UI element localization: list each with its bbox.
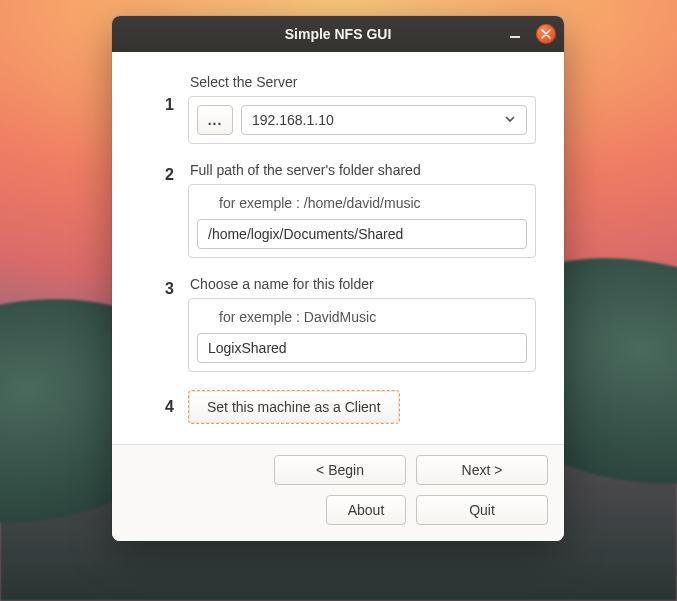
- window-title: Simple NFS GUI: [285, 26, 392, 42]
- set-client-button[interactable]: Set this machine as a Client: [188, 390, 400, 424]
- step-3-number: 3: [140, 276, 174, 372]
- step-3-label: Choose a name for this folder: [190, 276, 536, 292]
- begin-button[interactable]: < Begin: [274, 455, 406, 485]
- browse-server-button[interactable]: ...: [197, 105, 233, 135]
- minimize-icon: [509, 28, 521, 40]
- step-3: 3 Choose a name for this folder for exem…: [140, 276, 536, 372]
- next-button[interactable]: Next >: [416, 455, 548, 485]
- name-panel: for exemple : DavidMusic: [188, 298, 536, 372]
- folder-name-input[interactable]: [197, 333, 527, 363]
- server-panel: ... 192.168.1.10: [188, 96, 536, 144]
- chevron-down-icon: [504, 112, 516, 128]
- path-hint: for exemple : /home/david/music: [219, 195, 527, 211]
- step-4: 4 Set this machine as a Client: [140, 390, 536, 424]
- step-1-number: 1: [140, 74, 174, 144]
- server-selected-value: 192.168.1.10: [252, 112, 334, 128]
- titlebar: Simple NFS GUI: [112, 16, 564, 52]
- step-2-number: 2: [140, 162, 174, 258]
- app-window: Simple NFS GUI 1 Select the Server: [112, 16, 564, 541]
- server-path-input[interactable]: [197, 219, 527, 249]
- step-1-label: Select the Server: [190, 74, 536, 90]
- step-1: 1 Select the Server ... 192.168.1.10: [140, 74, 536, 144]
- server-combobox[interactable]: 192.168.1.10: [241, 105, 527, 135]
- minimize-button[interactable]: [506, 25, 524, 43]
- step-2-label: Full path of the server's folder shared: [190, 162, 536, 178]
- step-2: 2 Full path of the server's folder share…: [140, 162, 536, 258]
- quit-button[interactable]: Quit: [416, 495, 548, 525]
- close-button[interactable]: [536, 24, 556, 44]
- step-4-number: 4: [140, 390, 174, 424]
- content-area: 1 Select the Server ... 192.168.1.10: [112, 52, 564, 444]
- titlebar-controls: [506, 16, 556, 52]
- about-button[interactable]: About: [326, 495, 406, 525]
- path-panel: for exemple : /home/david/music: [188, 184, 536, 258]
- footer-nav-row: < Begin Next >: [274, 455, 548, 485]
- footer: < Begin Next > About Quit: [112, 444, 564, 541]
- close-icon: [541, 29, 551, 39]
- footer-action-row: About Quit: [326, 495, 548, 525]
- svg-rect-0: [510, 36, 520, 38]
- name-hint: for exemple : DavidMusic: [219, 309, 527, 325]
